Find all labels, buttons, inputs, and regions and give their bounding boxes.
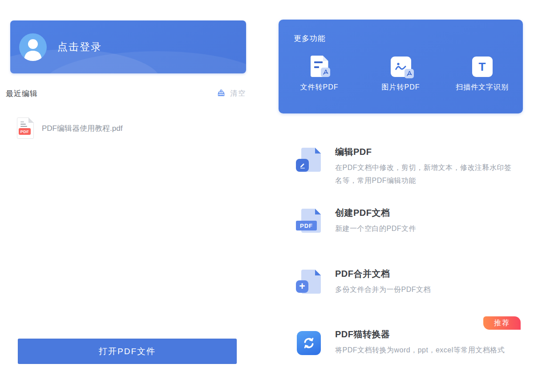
page-fold <box>315 209 321 214</box>
more-features-panel: 更多功能 文件转PDF <box>279 20 523 113</box>
feature-edit-pdf[interactable]: 编辑PDF 在PDF文档中修改，剪切，新增文本，修改注释水印签名等，常用PDF编… <box>296 146 513 187</box>
quick-item-file-to-pdf[interactable]: 文件转PDF <box>279 55 360 92</box>
recent-file-name: PDF编辑器使用教程.pdf <box>42 123 122 133</box>
feature-title: 编辑PDF <box>335 146 513 158</box>
feature-description: 新建一个空白的PDF文件 <box>335 222 513 235</box>
login-banner[interactable]: 点击登录 <box>10 20 246 73</box>
feature-merge-pdf[interactable]: + PDF合并文档 多份文件合并为一份PDF文档 <box>296 268 513 296</box>
feature-create-pdf[interactable]: PDF 创建PDF文档 新建一个空白的PDF文件 <box>296 207 513 235</box>
avatar <box>19 33 47 61</box>
pen-icon <box>296 159 309 172</box>
quick-item-label: 图片转PDF <box>382 83 420 92</box>
feature-description: 将PDF文档转换为word，ppt，excel等常用文档格式 <box>335 344 513 357</box>
quick-item-label: 文件转PDF <box>300 83 339 92</box>
quick-item-ocr[interactable]: T 扫描件文字识别 <box>441 55 523 92</box>
plus-icon: + <box>296 280 308 293</box>
quick-item-image-to-pdf[interactable]: 图片转PDF <box>360 55 441 92</box>
feature-description: 在PDF文档中修改，剪切，新增文本，修改注释水印签名等，常用PDF编辑功能 <box>335 162 513 187</box>
recent-title: 最近编辑 <box>6 89 38 99</box>
feature-title: PDF猫转换器 <box>335 328 513 340</box>
pdf-type-badge: PDF <box>19 128 31 135</box>
page-fold <box>315 270 321 275</box>
pdf-ribbon: PDF <box>296 221 317 230</box>
feature-title: PDF合并文档 <box>335 268 513 280</box>
create-pdf-icon: PDF <box>296 209 322 234</box>
feature-description: 多份文件合并为一份PDF文档 <box>335 283 513 296</box>
edit-pdf-icon <box>296 148 322 174</box>
text-recognition-icon: T <box>472 57 493 77</box>
feature-title: 创建PDF文档 <box>335 207 513 219</box>
sync-icon <box>297 331 321 355</box>
recent-file-item[interactable]: PDF PDF编辑器使用教程.pdf <box>17 117 122 139</box>
page-fold <box>28 117 34 123</box>
converter-icon <box>296 330 322 356</box>
clear-button[interactable]: 清空 <box>216 89 246 99</box>
login-button-label: 点击登录 <box>57 40 102 54</box>
open-pdf-button[interactable]: 打开PDF文件 <box>18 339 237 364</box>
feature-pdf-converter[interactable]: PDF猫转换器 将PDF文档转换为word，ppt，excel等常用文档格式 <box>296 328 513 357</box>
user-silhouette-icon <box>19 33 47 61</box>
more-features-title: 更多功能 <box>279 20 523 44</box>
acrobat-pdf-icon <box>321 68 330 77</box>
image-icon <box>391 57 411 77</box>
pdf-file-icon: PDF <box>17 117 34 139</box>
quick-item-label: 扫描件文字识别 <box>456 83 509 92</box>
broom-icon <box>216 89 226 99</box>
recent-header: 最近编辑 清空 <box>6 89 246 99</box>
quick-actions-row: 文件转PDF <box>279 55 523 92</box>
clear-button-label: 清空 <box>230 89 246 98</box>
acrobat-pdf-icon <box>405 69 414 78</box>
page-fold <box>315 148 321 154</box>
recommend-badge: 推荐 <box>483 316 521 330</box>
merge-pdf-icon: + <box>296 270 322 295</box>
pdf-editor-home: 点击登录 最近编辑 清空 PDF PDF编辑器使用教程.pdf 打开PDF文件 <box>0 0 534 392</box>
